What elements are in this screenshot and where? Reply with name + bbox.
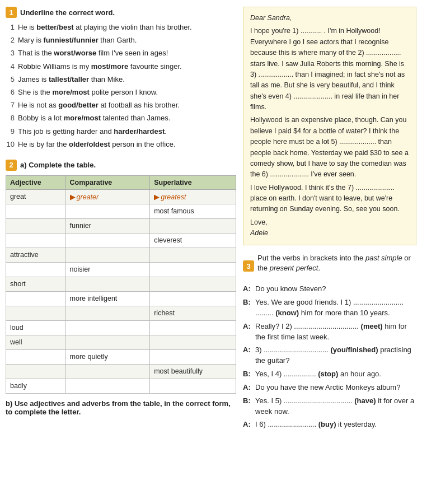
dialog-text: 3) ................................ (you… xyxy=(255,345,416,366)
comp-value: greater xyxy=(77,193,99,201)
item-num: 9 xyxy=(6,127,15,137)
italic-text: present perfect xyxy=(270,264,318,272)
exercise-item: 7 He is not as good/better at football a… xyxy=(6,100,236,110)
sup-cell xyxy=(150,218,236,233)
adj-cell: attractive xyxy=(6,248,66,262)
adj-cell xyxy=(6,218,66,233)
item-text: Mary is funniest/funnier than Garth. xyxy=(18,35,236,45)
dialog-item: B:Yes. I 5) ............................… xyxy=(243,396,416,417)
item-text: He is better/best at playing the violin … xyxy=(18,22,236,32)
dialog-item: B:Yes. We are good friends. I 1) .......… xyxy=(243,297,416,319)
exercise-item: 3 That is the worst/worse film I've seen… xyxy=(6,48,236,58)
dialog-text: Really? I 2) ...........................… xyxy=(255,321,416,343)
item-text: He is not as good/better at football as … xyxy=(18,100,236,110)
sup-cell: most beautifully xyxy=(150,364,236,379)
dialog-text: Do you know Steven? xyxy=(255,284,416,295)
table-row: more quietly xyxy=(6,349,236,364)
item-text: He is by far the older/oldest person in … xyxy=(18,139,236,150)
sup-cell xyxy=(150,277,236,291)
dialog-speaker: A: xyxy=(243,321,253,343)
exercise-item: 6 She is the more/most polite person I k… xyxy=(6,87,236,97)
sup-cell xyxy=(150,291,236,306)
comp-cell xyxy=(65,335,150,349)
letter-signature: Adele xyxy=(250,228,409,239)
adj-cell: well xyxy=(6,335,66,349)
adj-cell xyxy=(6,291,66,306)
dialog-text: Yes. I 5) ..............................… xyxy=(255,396,416,417)
section-2-title: a) Complete the table. xyxy=(20,161,96,169)
comp-cell xyxy=(65,277,150,291)
exercise-item: 10 He is by far the older/oldest person … xyxy=(6,139,236,150)
dialog-text: Do you have the new Arctic Monkeys album… xyxy=(255,382,416,393)
adjective-table: AdjectiveComparativeSuperlative great▶gr… xyxy=(6,175,236,394)
exercise-item: 5 James is tallest/taller than Mike. xyxy=(6,74,236,85)
item-num: 1 xyxy=(6,22,15,32)
adj-cell: short xyxy=(6,277,66,291)
comp-cell: ▶greater xyxy=(65,189,150,204)
section-3: 3 Put the verbs in brackets into the pas… xyxy=(243,253,416,431)
sup-cell xyxy=(150,320,236,335)
letter-paragraph: I love Hollywood. I think it's the 7) ..… xyxy=(250,183,409,215)
adj-cell xyxy=(6,262,66,277)
item-num: 6 xyxy=(6,87,15,97)
page: 1 Underline the correct word. 1 He is be… xyxy=(0,0,422,440)
adj-cell: badly xyxy=(6,379,66,393)
exercise-list-1: 1 He is better/best at playing the violi… xyxy=(6,22,236,150)
item-num: 3 xyxy=(6,48,15,58)
dialog-text: Yes. We are good friends. I 1) .........… xyxy=(255,297,416,319)
verb-hint: (know) xyxy=(275,309,299,317)
item-num: 10 xyxy=(6,139,15,150)
table-row: richest xyxy=(6,306,236,320)
dialog-speaker: A: xyxy=(243,345,253,366)
verb-hint: (meet) xyxy=(361,322,383,330)
table-row: most famous xyxy=(6,204,236,218)
item-num: 7 xyxy=(6,100,15,110)
comp-cell xyxy=(65,306,150,320)
section-2: 2 a) Complete the table. AdjectiveCompar… xyxy=(6,160,236,416)
dialog-speaker: A: xyxy=(243,284,253,295)
dialog-item: B:Yes, I 4) ................ (stop) an h… xyxy=(243,369,416,380)
table-row: more intelligent xyxy=(6,291,236,306)
item-num: 4 xyxy=(6,62,15,72)
section-3-title: Put the verbs in brackets into the past … xyxy=(257,253,416,274)
table-row: well xyxy=(6,335,236,349)
comp-cell: funnier xyxy=(65,218,150,233)
verb-hint: (you/finished) xyxy=(330,346,378,354)
dialog-item: A:3) ................................ (y… xyxy=(243,345,416,366)
dialog-speaker: B: xyxy=(243,396,253,417)
dialog-speaker: B: xyxy=(243,297,253,319)
adj-cell xyxy=(6,233,66,248)
comp-cell: noisier xyxy=(65,262,150,277)
comp-cell xyxy=(65,204,150,218)
verb-hint: (have) xyxy=(354,396,376,405)
adj-cell xyxy=(6,364,66,379)
sup-cell: ▶greatest xyxy=(150,189,236,204)
section-2b: b) Use adjectives and adverbs from the t… xyxy=(6,399,236,416)
table-col-header: Adjective xyxy=(6,175,66,189)
section-2-num: 2 xyxy=(6,160,17,171)
item-text: Bobby is a lot more/most talented than J… xyxy=(18,113,236,123)
item-num: 8 xyxy=(6,113,15,123)
section-2b-title: b) Use adjectives and adverbs from the t… xyxy=(6,399,236,416)
exercise-item: 9 This job is getting harder and harder/… xyxy=(6,127,236,137)
comp-cell xyxy=(65,364,150,379)
dialog-speaker: B: xyxy=(243,369,253,380)
comp-cell: more quietly xyxy=(65,349,150,364)
dialog-item: A:Do you have the new Arctic Monkeys alb… xyxy=(243,382,416,393)
exercise-item: 4 Robbie Williams is my most/more favour… xyxy=(6,62,236,72)
adj-cell: great xyxy=(6,189,66,204)
left-column: 1 Underline the correct word. 1 He is be… xyxy=(6,7,236,433)
italic-text: past simple xyxy=(365,254,402,262)
exercise-item: 2 Mary is funniest/funnier than Garth. xyxy=(6,35,236,45)
table-row: most beautifully xyxy=(6,364,236,379)
comp-cell: more intelligent xyxy=(65,291,150,306)
letter-box: Dear Sandra,I hope you're 1) ...........… xyxy=(243,7,416,245)
table-col-header: Comparative xyxy=(65,175,150,189)
exercise-item: 1 He is better/best at playing the violi… xyxy=(6,22,236,32)
adj-cell xyxy=(6,349,66,364)
item-text: This job is getting harder and harder/ha… xyxy=(18,127,236,137)
adj-cell: loud xyxy=(6,320,66,335)
section-1: 1 Underline the correct word. 1 He is be… xyxy=(6,7,236,150)
section-3-header: 3 Put the verbs in brackets into the pas… xyxy=(243,253,416,280)
dialog-item: A:Really? I 2) .........................… xyxy=(243,321,416,343)
